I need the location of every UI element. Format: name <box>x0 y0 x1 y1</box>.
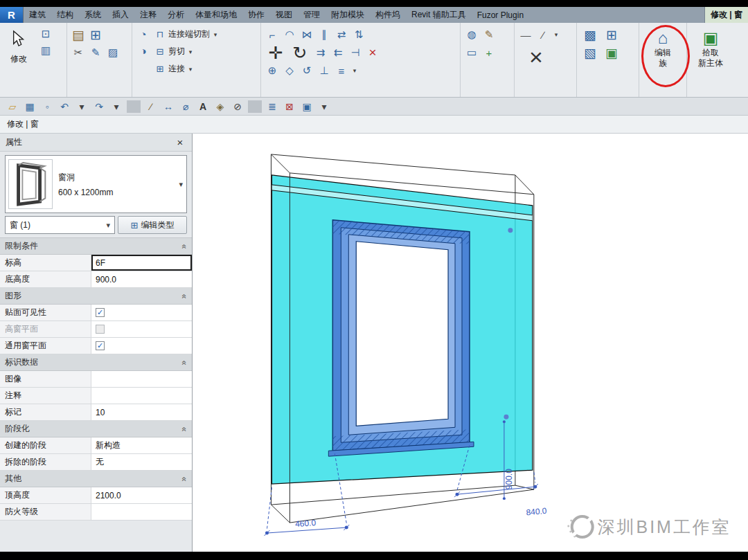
tab-addins[interactable]: 附加模块 <box>326 7 370 23</box>
create-assembly-icon[interactable]: ⊞ <box>602 26 621 44</box>
cut-tool[interactable]: ⊟ 剪切 ▾ <box>154 43 219 60</box>
spot-icon[interactable]: ◍ <box>464 28 479 42</box>
window-element[interactable] <box>328 220 474 456</box>
tab-modify-window-contextual[interactable]: 修改 | 窗 <box>704 7 748 23</box>
undo-icon[interactable]: ↶ <box>57 100 71 113</box>
tab-analyze[interactable]: 分析 <box>162 7 190 23</box>
tab-manage[interactable]: 管理 <box>298 7 326 23</box>
viewport-3d[interactable]: 460.0 840.0 900.0 深圳BIM工作室 <box>193 134 748 552</box>
thin-lines-icon[interactable]: ≡ <box>334 64 349 78</box>
collapse-icon[interactable]: « <box>180 360 190 365</box>
qat-customize-icon[interactable]: ▾ <box>317 100 331 113</box>
param-value-image[interactable] <box>91 371 192 387</box>
close-icon[interactable]: × <box>174 136 186 148</box>
filter-icon[interactable]: ▥ <box>38 44 53 57</box>
create-similar-icon[interactable]: ▣ <box>602 44 621 62</box>
paste-icon[interactable]: ▤ <box>71 28 86 42</box>
close-hidden-windows-icon[interactable]: ⊠ <box>283 100 296 113</box>
collapse-icon[interactable]: « <box>180 293 190 298</box>
cut-geometry-icon[interactable]: ◑ <box>136 44 151 57</box>
copy-icon[interactable]: ⊕ <box>265 64 280 78</box>
tab-view[interactable]: 视图 <box>270 7 298 23</box>
create-parts-icon[interactable]: ▧ <box>580 44 600 62</box>
tab-architecture[interactable]: 建筑 <box>24 7 51 23</box>
pencil-icon[interactable]: ✎ <box>481 28 497 42</box>
redo-dropdown-icon[interactable]: ▾ <box>109 100 123 113</box>
extend-icon[interactable]: ⇇ <box>330 46 346 60</box>
app-button[interactable]: R <box>0 7 24 23</box>
param-value-head-height[interactable]: 2100.0 <box>91 487 192 503</box>
section-header-constraints[interactable]: 限制条件 « <box>0 238 192 255</box>
tab-massing-site[interactable]: 体量和场地 <box>190 7 242 23</box>
param-value-comments[interactable] <box>91 388 192 404</box>
dimension-value-840[interactable]: 840.0 <box>526 506 547 518</box>
scale-icon[interactable]: ◇ <box>282 64 297 78</box>
align-icon[interactable]: ⌐ <box>265 28 280 42</box>
split-icon[interactable]: ⇅ <box>351 28 366 42</box>
param-value-phase-demolished[interactable]: 无 <box>91 454 192 470</box>
modify-tool-button[interactable]: 修改 <box>3 26 34 94</box>
aligned-dimension-icon[interactable]: ↔ <box>161 100 175 113</box>
trim-icon[interactable]: ⇉ <box>313 46 328 60</box>
rotate-ccw-icon[interactable]: ↺ <box>299 64 314 78</box>
checkbox[interactable] <box>96 325 105 334</box>
tab-collaborate[interactable]: 协作 <box>242 7 270 23</box>
tab-insert[interactable]: 插入 <box>107 7 134 23</box>
section-header-identity-data[interactable]: 标识数据 « <box>0 354 192 371</box>
dimension-value-900[interactable]: 900.0 <box>504 469 514 489</box>
open-icon[interactable]: ▱ <box>6 100 19 113</box>
coping-cut-tool[interactable]: ⊓ 连接端切割 ▾ <box>154 26 219 43</box>
instance-selector[interactable]: 窗 (1) ▾ <box>5 216 115 234</box>
mirror-pick-icon[interactable]: ∥ <box>317 28 332 42</box>
sync-icon[interactable]: ◦ <box>40 100 54 113</box>
undo-dropdown-icon[interactable]: ▾ <box>75 100 89 113</box>
redo-icon[interactable]: ↷ <box>92 100 106 113</box>
save-icon[interactable]: ▦ <box>23 100 37 113</box>
section-header-phasing[interactable]: 阶段化 « <box>0 421 192 437</box>
dimension-value-460[interactable]: 460.0 <box>295 518 317 529</box>
tag-icon[interactable]: ⌀ <box>179 100 193 113</box>
tab-fuzor-plugin[interactable]: Fuzor Plugin <box>472 7 529 23</box>
collapse-icon[interactable]: « <box>180 476 190 481</box>
default-3d-view-icon[interactable]: ◈ <box>213 100 227 113</box>
move-icon[interactable]: ✛ <box>265 42 287 63</box>
measure-dropdown-icon[interactable]: ▾ <box>553 28 560 42</box>
chevron-down-icon[interactable]: ▾ <box>212 28 219 42</box>
cope-icon[interactable]: ◔ <box>136 27 151 41</box>
tab-systems[interactable]: 系统 <box>79 7 107 23</box>
tab-revit-tools[interactable]: Revit 辅助工具 <box>406 7 472 23</box>
tab-structure[interactable]: 结构 <box>51 7 79 23</box>
param-value-phase-created[interactable]: 新构造 <box>91 437 192 453</box>
paste-options-icon[interactable]: ▨ <box>105 46 121 60</box>
pick-new-host-button[interactable]: ▣ 拾取 新主体 <box>691 26 731 69</box>
region-icon[interactable]: ▭ <box>464 46 479 60</box>
match-properties-icon[interactable]: ✎ <box>88 46 103 60</box>
rotate-icon[interactable]: ↻ <box>289 42 311 63</box>
edit-type-button[interactable]: ⊞ 编辑类型 <box>118 216 187 234</box>
cut-icon[interactable]: ✂ <box>71 46 86 60</box>
collapse-icon[interactable]: « <box>180 426 190 431</box>
grip-handle[interactable] <box>504 415 508 419</box>
more-tools-icon[interactable]: ▾ <box>351 64 358 78</box>
align-bottom-icon[interactable]: ⊥ <box>317 64 332 78</box>
param-value-mark[interactable]: 10 <box>91 404 192 420</box>
array-icon[interactable]: ⇄ <box>334 28 349 42</box>
switch-windows-icon[interactable]: ▣ <box>300 100 314 113</box>
edit-family-button[interactable]: ⌂ 编辑 族 <box>643 26 683 69</box>
select-box-icon[interactable]: ⊡ <box>38 27 53 41</box>
line-icon[interactable]: ― <box>518 28 533 42</box>
tab-component-dock[interactable]: 构件坞 <box>370 7 406 23</box>
3d-view-canvas[interactable]: 460.0 840.0 900.0 深圳BIM工作室 <box>193 134 748 552</box>
section-header-other[interactable]: 其他 « <box>0 471 192 487</box>
chevron-down-icon[interactable]: ▾ <box>179 180 183 189</box>
join-tool[interactable]: ⊞ 连接 ▾ <box>154 60 219 78</box>
tab-annotate[interactable]: 注释 <box>134 7 162 23</box>
checkbox[interactable]: ✓ <box>96 308 105 317</box>
text-icon[interactable]: A <box>196 100 210 113</box>
collapse-icon[interactable]: « <box>180 244 190 249</box>
param-value-fire-rating[interactable] <box>91 504 192 520</box>
angle-icon[interactable]: ∕ <box>535 28 551 42</box>
mirror-axis-icon[interactable]: ⋈ <box>299 28 314 42</box>
param-value-sill-height[interactable]: 900.0 <box>91 271 192 287</box>
section-icon[interactable]: ⊘ <box>231 100 244 113</box>
